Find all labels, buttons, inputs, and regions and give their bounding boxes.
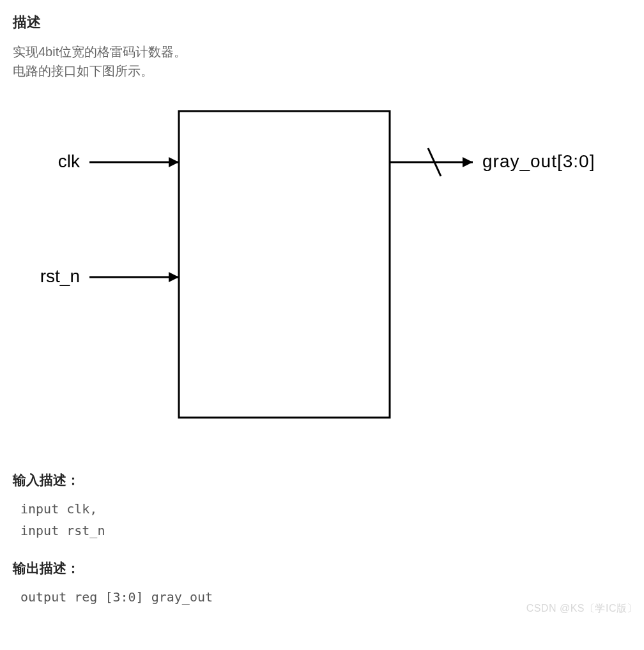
block-diagram-svg: clk rst_n gray_out[3:0] (13, 98, 631, 430)
description-line-1: 实现4bit位宽的格雷码计数器。 (13, 45, 187, 59)
clk-arrowhead-icon (169, 157, 179, 167)
clk-label: clk (58, 151, 80, 171)
rstn-arrowhead-icon (169, 272, 179, 282)
section-heading-output: 输出描述： (13, 559, 631, 577)
output-label: gray_out[3:0] (482, 151, 595, 171)
output-code-block: output reg [3:0] gray_out (13, 586, 631, 608)
description-text: 实现4bit位宽的格雷码计数器。 电路的接口如下图所示。 (13, 42, 631, 80)
rstn-label: rst_n (40, 266, 80, 286)
input-code-line-2: input rst_n (20, 520, 631, 541)
module-box (179, 111, 390, 418)
output-arrowhead-icon (463, 157, 473, 167)
output-code-line-1: output reg [3:0] gray_out (20, 586, 631, 608)
section-heading-description: 描述 (13, 13, 631, 32)
input-code-block: input clk, input rst_n (13, 498, 631, 541)
block-diagram: clk rst_n gray_out[3:0] (13, 98, 631, 433)
section-heading-input: 输入描述： (13, 471, 631, 489)
input-code-line-1: input clk, (20, 498, 631, 520)
description-line-2: 电路的接口如下图所示。 (13, 64, 153, 78)
